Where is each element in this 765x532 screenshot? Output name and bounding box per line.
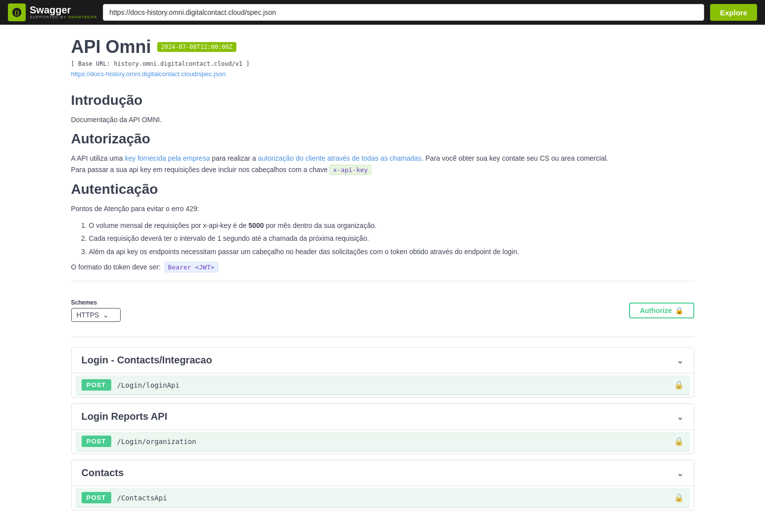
- autenticacao-intro: Pontos de Atenção para evitar o erro 429…: [71, 203, 694, 214]
- authorize-label: Authorize: [640, 307, 672, 314]
- autorizacao-text: A API utiliza uma key fornecida pela emp…: [71, 153, 694, 175]
- svg-text:{}: {}: [14, 9, 19, 16]
- list-item: Cada requisição deverá ter o intervalo d…: [89, 233, 694, 244]
- logo-text: Swagger SUPPORTED BY SMARTBEAR: [30, 5, 97, 20]
- schemes-label: Schemes: [71, 299, 121, 306]
- method-badge-post: POST: [82, 379, 111, 391]
- spec-link[interactable]: https://docs-history.omni.digitalcontact…: [71, 70, 226, 78]
- schemes-selected: HTTPS: [77, 311, 99, 319]
- swagger-logo-icon: {}: [8, 3, 26, 21]
- endpoint-row[interactable]: POST /Login/organization 🔒: [76, 432, 690, 451]
- main-content: API Omni 2024-07-08T12:00:00Z [ Base URL…: [61, 25, 704, 522]
- endpoint-group-header-login-reports[interactable]: Login Reports API ⌄: [72, 404, 694, 430]
- schemes-left: Schemes HTTPS ⌄: [71, 299, 121, 322]
- chevron-down-icon: ⌄: [676, 355, 684, 366]
- divider: [71, 281, 694, 281]
- autorizacao-text-part2: Para passar a sua api key em requisições…: [71, 166, 371, 174]
- autorizacao-title: Autorização: [71, 131, 694, 147]
- header: {} Swagger SUPPORTED BY SMARTBEAR https:…: [0, 0, 765, 25]
- group-title-login-reports: Login Reports API: [82, 411, 168, 422]
- endpoint-group-contacts: Contacts ⌄ POST /ContactsApi 🔒: [71, 460, 694, 510]
- lock-icon: 🔒: [674, 380, 684, 390]
- autorizacao-text-part1: A API utiliza uma key fornecida pela emp…: [71, 154, 608, 162]
- endpoint-group-header-login-contacts[interactable]: Login - Contacts/Integracao ⌄: [72, 348, 694, 373]
- group-title-login-contacts: Login - Contacts/Integracao: [82, 355, 212, 366]
- lock-icon: 🔒: [674, 493, 684, 502]
- endpoint-row[interactable]: POST /Login/loginApi 🔒: [76, 375, 690, 395]
- endpoint-path: /Login/loginApi: [117, 381, 668, 389]
- group-title-contacts: Contacts: [82, 467, 124, 479]
- url-value: https://docs-history.omni.digitalcontact…: [109, 8, 276, 16]
- url-bar[interactable]: https://docs-history.omni.digitalcontact…: [103, 4, 704, 21]
- method-badge-post: POST: [82, 436, 111, 447]
- endpoint-path: /ContactsApi: [117, 494, 668, 502]
- endpoint-row[interactable]: POST /ContactsApi 🔒: [76, 488, 690, 508]
- list-item: O volume mensal de requisições por x-api…: [89, 220, 694, 231]
- method-badge-post: POST: [82, 492, 111, 503]
- version-badge: 2024-07-08T12:00:00Z: [157, 42, 237, 52]
- logo-title: Swagger: [30, 5, 97, 15]
- list-item: Além da api key os endpoints necessitam …: [89, 246, 694, 257]
- token-format-row: O formato do token deve ser: Bearer <JWT…: [71, 263, 694, 271]
- chevron-down-icon: ⌄: [103, 311, 109, 319]
- chevron-down-icon: ⌄: [676, 411, 684, 422]
- endpoint-path: /Login/organization: [117, 438, 668, 445]
- autenticacao-title: Autenticação: [71, 181, 694, 197]
- lock-icon: 🔒: [674, 437, 684, 446]
- endpoint-group-header-contacts[interactable]: Contacts ⌄: [72, 460, 694, 486]
- introducao-text: Documentação da API OMNI.: [71, 114, 694, 125]
- explore-button[interactable]: Explore: [710, 4, 757, 21]
- schemes-section: Schemes HTTPS ⌄ Authorize 🔒: [71, 291, 694, 327]
- token-format-prefix: O formato do token deve ser:: [71, 263, 161, 271]
- base-url: [ Base URL: history.omni.digitalcontact.…: [71, 60, 694, 67]
- chevron-down-icon: ⌄: [676, 468, 684, 479]
- logo-area: {} Swagger SUPPORTED BY SMARTBEAR: [8, 3, 97, 21]
- divider-2: [71, 337, 694, 337]
- api-title: API Omni: [71, 37, 151, 57]
- lock-icon: 🔒: [675, 307, 683, 314]
- authorize-button[interactable]: Authorize 🔒: [629, 303, 694, 318]
- endpoint-group-login-reports: Login Reports API ⌄ POST /Login/organiza…: [71, 403, 694, 454]
- logo-subtitle: SUPPORTED BY SMARTBEAR: [30, 15, 97, 20]
- introducao-title: Introdução: [71, 92, 694, 108]
- autenticacao-list: O volume mensal de requisições por x-api…: [89, 220, 694, 257]
- api-title-row: API Omni 2024-07-08T12:00:00Z: [71, 37, 694, 57]
- schemes-dropdown[interactable]: HTTPS ⌄: [71, 308, 121, 322]
- endpoint-group-login-contacts: Login - Contacts/Integracao ⌄ POST /Logi…: [71, 347, 694, 398]
- xapikey-code: x-api-key: [329, 165, 371, 175]
- endpoint-groups: Login - Contacts/Integracao ⌄ POST /Logi…: [71, 347, 694, 510]
- token-code: Bearer <JWT>: [165, 262, 218, 272]
